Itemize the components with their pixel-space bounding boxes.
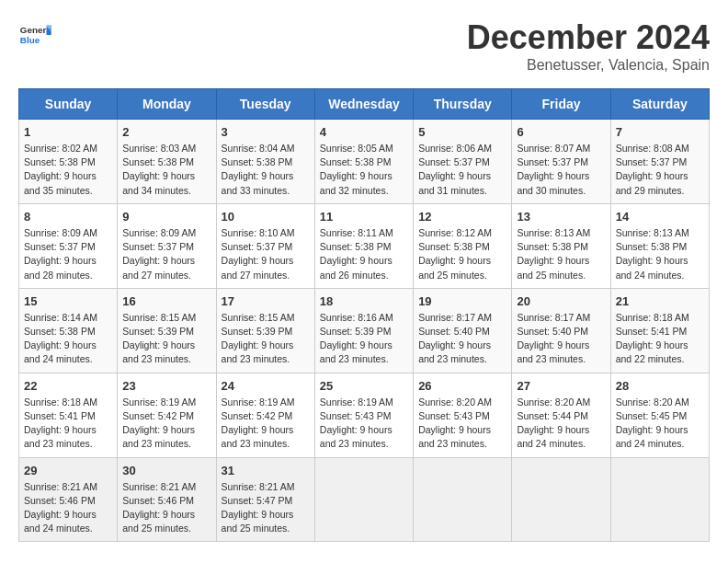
calendar-week-3: 15Sunrise: 8:14 AM Sunset: 5:38 PM Dayli… — [19, 288, 710, 373]
day-number: 23 — [122, 379, 210, 393]
day-number: 26 — [418, 379, 506, 393]
day-info: Sunrise: 8:02 AM Sunset: 5:38 PM Dayligh… — [24, 142, 112, 198]
day-info: Sunrise: 8:21 AM Sunset: 5:47 PM Dayligh… — [222, 480, 310, 536]
calendar-week-2: 8Sunrise: 8:09 AM Sunset: 5:37 PM Daylig… — [19, 203, 710, 288]
calendar-day-15: 15Sunrise: 8:14 AM Sunset: 5:38 PM Dayli… — [19, 288, 118, 373]
day-number: 21 — [616, 294, 704, 308]
calendar-day-16: 16Sunrise: 8:15 AM Sunset: 5:39 PM Dayli… — [118, 288, 216, 373]
day-number: 4 — [320, 125, 408, 139]
day-info: Sunrise: 8:17 AM Sunset: 5:40 PM Dayligh… — [418, 311, 506, 367]
day-info: Sunrise: 8:21 AM Sunset: 5:46 PM Dayligh… — [122, 480, 210, 536]
location-title: Benetusser, Valencia, Spain — [467, 57, 710, 74]
day-number: 24 — [222, 379, 310, 393]
day-number: 30 — [122, 464, 210, 477]
day-info: Sunrise: 8:13 AM Sunset: 5:38 PM Dayligh… — [517, 226, 605, 282]
day-info: Sunrise: 8:18 AM Sunset: 5:41 PM Dayligh… — [24, 396, 112, 452]
day-number: 18 — [320, 294, 408, 308]
empty-day — [414, 457, 512, 542]
day-info: Sunrise: 8:20 AM Sunset: 5:43 PM Dayligh… — [418, 396, 506, 452]
calendar-day-8: 8Sunrise: 8:09 AM Sunset: 5:37 PM Daylig… — [19, 203, 118, 288]
calendar-day-2: 2Sunrise: 8:03 AM Sunset: 5:38 PM Daylig… — [118, 120, 216, 204]
day-number: 1 — [24, 125, 112, 139]
day-info: Sunrise: 8:12 AM Sunset: 5:38 PM Dayligh… — [418, 226, 506, 282]
day-info: Sunrise: 8:14 AM Sunset: 5:38 PM Dayligh… — [24, 311, 112, 367]
calendar-day-21: 21Sunrise: 8:18 AM Sunset: 5:41 PM Dayli… — [610, 288, 709, 373]
calendar-day-14: 14Sunrise: 8:13 AM Sunset: 5:38 PM Dayli… — [610, 203, 709, 288]
day-number: 28 — [616, 379, 704, 393]
day-info: Sunrise: 8:03 AM Sunset: 5:38 PM Dayligh… — [122, 142, 210, 198]
title-block: December 2024 Benetusser, Valencia, Spai… — [467, 18, 710, 74]
day-number: 16 — [122, 294, 210, 308]
calendar-day-28: 28Sunrise: 8:20 AM Sunset: 5:45 PM Dayli… — [610, 373, 709, 457]
day-info: Sunrise: 8:05 AM Sunset: 5:38 PM Dayligh… — [320, 142, 408, 198]
day-number: 3 — [222, 125, 310, 139]
page-header: General Blue December 2024 Benetusser, V… — [18, 18, 710, 74]
day-number: 14 — [616, 210, 704, 224]
dow-saturday: Saturday — [610, 89, 709, 120]
day-number: 29 — [24, 464, 112, 477]
calendar-day-10: 10Sunrise: 8:10 AM Sunset: 5:37 PM Dayli… — [216, 203, 314, 288]
dow-friday: Friday — [512, 89, 610, 120]
day-number: 20 — [517, 294, 605, 308]
calendar-week-5: 29Sunrise: 8:21 AM Sunset: 5:46 PM Dayli… — [19, 457, 710, 542]
day-info: Sunrise: 8:15 AM Sunset: 5:39 PM Dayligh… — [122, 311, 210, 367]
calendar-day-31: 31Sunrise: 8:21 AM Sunset: 5:47 PM Dayli… — [216, 457, 314, 542]
logo: General Blue — [18, 18, 51, 52]
day-info: Sunrise: 8:04 AM Sunset: 5:38 PM Dayligh… — [222, 142, 310, 198]
dow-thursday: Thursday — [414, 89, 512, 120]
calendar-day-4: 4Sunrise: 8:05 AM Sunset: 5:38 PM Daylig… — [314, 120, 413, 204]
calendar-day-29: 29Sunrise: 8:21 AM Sunset: 5:46 PM Dayli… — [19, 457, 118, 542]
day-number: 31 — [222, 464, 310, 477]
calendar-day-18: 18Sunrise: 8:16 AM Sunset: 5:39 PM Dayli… — [314, 288, 413, 373]
day-info: Sunrise: 8:19 AM Sunset: 5:42 PM Dayligh… — [222, 396, 310, 452]
day-info: Sunrise: 8:20 AM Sunset: 5:45 PM Dayligh… — [616, 396, 704, 452]
calendar-table: SundayMondayTuesdayWednesdayThursdayFrid… — [18, 88, 710, 542]
calendar-day-19: 19Sunrise: 8:17 AM Sunset: 5:40 PM Dayli… — [414, 288, 512, 373]
calendar-day-3: 3Sunrise: 8:04 AM Sunset: 5:38 PM Daylig… — [216, 120, 314, 204]
empty-day — [314, 457, 413, 542]
dow-sunday: Sunday — [19, 89, 118, 120]
day-info: Sunrise: 8:19 AM Sunset: 5:42 PM Dayligh… — [122, 396, 210, 452]
day-number: 2 — [122, 125, 210, 139]
calendar-body: 1Sunrise: 8:02 AM Sunset: 5:38 PM Daylig… — [19, 120, 710, 542]
day-number: 5 — [418, 125, 506, 139]
calendar-day-17: 17Sunrise: 8:15 AM Sunset: 5:39 PM Dayli… — [216, 288, 314, 373]
dow-tuesday: Tuesday — [216, 89, 314, 120]
calendar-day-7: 7Sunrise: 8:08 AM Sunset: 5:37 PM Daylig… — [610, 120, 709, 204]
day-info: Sunrise: 8:20 AM Sunset: 5:44 PM Dayligh… — [517, 396, 605, 452]
logo-icon: General Blue — [18, 18, 51, 52]
day-info: Sunrise: 8:19 AM Sunset: 5:43 PM Dayligh… — [320, 396, 408, 452]
day-info: Sunrise: 8:15 AM Sunset: 5:39 PM Dayligh… — [222, 311, 310, 367]
day-number: 7 — [616, 125, 704, 139]
day-info: Sunrise: 8:09 AM Sunset: 5:37 PM Dayligh… — [122, 226, 210, 282]
day-number: 19 — [418, 294, 506, 308]
day-number: 15 — [24, 294, 112, 308]
day-info: Sunrise: 8:18 AM Sunset: 5:41 PM Dayligh… — [616, 311, 704, 367]
day-number: 25 — [320, 379, 408, 393]
day-number: 13 — [517, 210, 605, 224]
day-info: Sunrise: 8:11 AM Sunset: 5:38 PM Dayligh… — [320, 226, 408, 282]
day-number: 12 — [418, 210, 506, 224]
day-number: 6 — [517, 125, 605, 139]
calendar-day-1: 1Sunrise: 8:02 AM Sunset: 5:38 PM Daylig… — [19, 120, 118, 204]
day-number: 17 — [222, 294, 310, 308]
calendar-day-27: 27Sunrise: 8:20 AM Sunset: 5:44 PM Dayli… — [512, 373, 610, 457]
calendar-day-25: 25Sunrise: 8:19 AM Sunset: 5:43 PM Dayli… — [314, 373, 413, 457]
day-info: Sunrise: 8:08 AM Sunset: 5:37 PM Dayligh… — [616, 142, 704, 198]
calendar-week-1: 1Sunrise: 8:02 AM Sunset: 5:38 PM Daylig… — [19, 120, 710, 204]
day-info: Sunrise: 8:07 AM Sunset: 5:37 PM Dayligh… — [517, 142, 605, 198]
calendar-day-20: 20Sunrise: 8:17 AM Sunset: 5:40 PM Dayli… — [512, 288, 610, 373]
day-info: Sunrise: 8:16 AM Sunset: 5:39 PM Dayligh… — [320, 311, 408, 367]
day-info: Sunrise: 8:21 AM Sunset: 5:46 PM Dayligh… — [24, 480, 112, 536]
empty-day — [512, 457, 610, 542]
calendar-day-6: 6Sunrise: 8:07 AM Sunset: 5:37 PM Daylig… — [512, 120, 610, 204]
day-info: Sunrise: 8:09 AM Sunset: 5:37 PM Dayligh… — [24, 226, 112, 282]
calendar-day-24: 24Sunrise: 8:19 AM Sunset: 5:42 PM Dayli… — [216, 373, 314, 457]
calendar-day-22: 22Sunrise: 8:18 AM Sunset: 5:41 PM Dayli… — [19, 373, 118, 457]
dow-monday: Monday — [118, 89, 216, 120]
day-info: Sunrise: 8:06 AM Sunset: 5:37 PM Dayligh… — [418, 142, 506, 198]
month-title: December 2024 — [467, 18, 710, 57]
calendar-day-30: 30Sunrise: 8:21 AM Sunset: 5:46 PM Dayli… — [118, 457, 216, 542]
days-of-week-header: SundayMondayTuesdayWednesdayThursdayFrid… — [19, 89, 710, 120]
calendar-day-23: 23Sunrise: 8:19 AM Sunset: 5:42 PM Dayli… — [118, 373, 216, 457]
